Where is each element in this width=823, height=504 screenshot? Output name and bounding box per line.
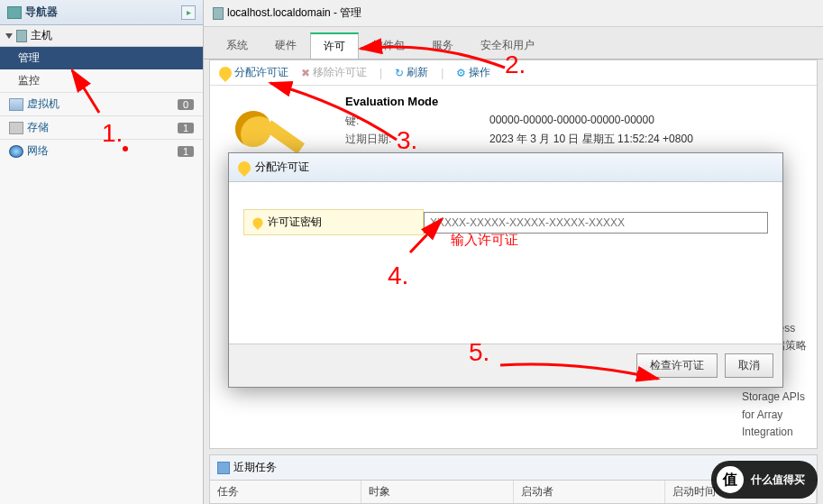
key-label: 键: (345, 114, 489, 129)
dialog-titlebar[interactable]: 分配许可证 (229, 153, 782, 182)
tasks-title: 近期任务 (233, 460, 277, 475)
breadcrumb: localhost.localdomain - 管理 (204, 0, 823, 27)
remove-license-button[interactable]: ✖移除许可证 (301, 65, 367, 80)
sidebar-item-monitor[interactable]: 监控 (0, 69, 203, 92)
refresh-icon: ↻ (395, 67, 404, 79)
tab-system[interactable]: 系统 (213, 32, 261, 59)
expire-label: 过期日期: (345, 132, 489, 147)
key-icon (251, 215, 265, 230)
check-license-button[interactable]: 检查许可证 (636, 353, 718, 378)
tab-services[interactable]: 服务 (418, 32, 467, 59)
sidebar-item-manage[interactable]: 管理 (0, 47, 203, 69)
cancel-button[interactable]: 取消 (725, 353, 773, 378)
watermark: 值 什么值得买 (711, 461, 818, 499)
collapse-icon[interactable]: ▸ (181, 5, 196, 20)
col-target[interactable]: 时象 (361, 481, 513, 503)
key-icon (216, 64, 234, 82)
dialog-footer: 检查许可证 取消 (229, 344, 782, 387)
gear-icon: ⚙ (456, 67, 466, 79)
network-icon (9, 145, 23, 158)
key-icon (235, 159, 253, 177)
watermark-text: 什么值得买 (751, 472, 805, 488)
assign-license-button[interactable]: 分配许可证 (219, 65, 288, 80)
inventory-label: 存储 (27, 120, 178, 135)
count-badge: 1 (178, 123, 194, 133)
navigator-panel: 导航器 ▸ 主机 管理 监控 虚拟机 0 存储 1 网络 1 (0, 0, 204, 504)
host-node[interactable]: 主机 (0, 25, 203, 47)
tab-licensing[interactable]: 许可 (310, 32, 359, 59)
license-key-label: 许可证密钥 (243, 209, 424, 235)
inventory-label: 虚拟机 (27, 96, 178, 112)
navigator-icon (7, 6, 22, 19)
datastore-icon (9, 122, 23, 134)
inventory-storage[interactable]: 存储 1 (0, 115, 203, 139)
tab-packages[interactable]: 软件包 (359, 32, 418, 59)
tab-hardware[interactable]: 硬件 (261, 32, 310, 59)
separator: | (379, 67, 382, 79)
count-badge: 0 (178, 99, 194, 110)
tab-bar: 系统 硬件 许可 软件包 服务 安全和用户 (204, 27, 823, 60)
page-title: localhost.localdomain - 管理 (227, 5, 361, 21)
license-key-input[interactable] (424, 212, 768, 234)
vm-icon (9, 98, 23, 111)
tab-security[interactable]: 安全和用户 (467, 32, 548, 59)
count-badge: 1 (178, 146, 194, 157)
licensing-toolbar: 分配许可证 ✖移除许可证 | ↻刷新 | ⚙操作 (210, 60, 817, 86)
key-remove-icon: ✖ (301, 67, 310, 79)
inventory-label: 网络 (27, 143, 178, 159)
host-icon (16, 30, 27, 42)
host-icon (213, 7, 224, 20)
navigator-header: 导航器 ▸ (0, 0, 203, 25)
expire-value: 2023 年 3 月 10 日 星期五 11:52:24 +0800 (489, 132, 693, 147)
tasks-icon (217, 462, 230, 474)
col-task[interactable]: 任务 (210, 481, 361, 503)
key-value: 00000-00000-00000-00000-00000 (489, 114, 654, 129)
chevron-down-icon (5, 33, 13, 39)
assign-license-dialog: 分配许可证 许可证密钥 检查许可证 取消 (228, 152, 783, 388)
host-label: 主机 (31, 28, 52, 43)
watermark-badge: 值 (717, 466, 744, 493)
refresh-button[interactable]: ↻刷新 (395, 65, 428, 80)
inventory-network[interactable]: 网络 1 (0, 139, 203, 162)
actions-button[interactable]: ⚙操作 (456, 65, 490, 80)
navigator-title: 导航器 (25, 5, 58, 20)
dialog-title: 分配许可证 (255, 160, 309, 175)
license-mode: Evaluation Mode (345, 95, 693, 108)
col-initiator[interactable]: 启动者 (514, 481, 665, 503)
separator: | (441, 67, 444, 79)
inventory-vm[interactable]: 虚拟机 0 (0, 92, 203, 115)
